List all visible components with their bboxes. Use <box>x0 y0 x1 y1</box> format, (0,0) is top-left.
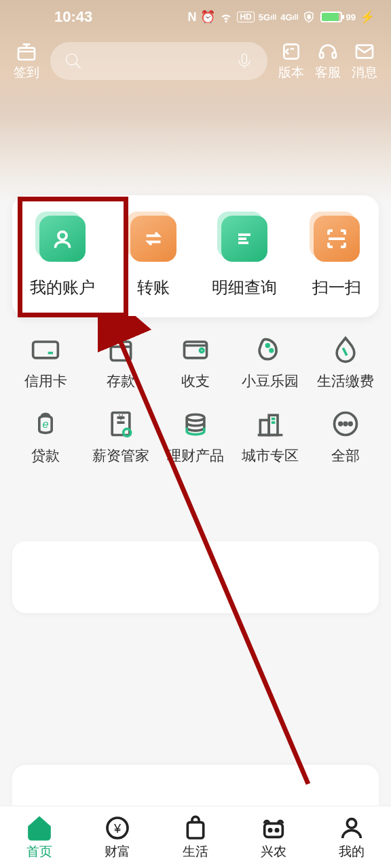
nav-home[interactable]: 首页 <box>26 814 53 861</box>
svg-point-8 <box>58 232 67 240</box>
nfc-icon: N <box>187 10 196 24</box>
nav-mine-label: 我的 <box>339 843 365 861</box>
coins-icon <box>180 408 211 439</box>
version-button[interactable]: 版本 <box>278 41 304 81</box>
finance-product-button[interactable]: 理财产品 <box>160 408 231 465</box>
nav-agri-label: 兴农 <box>261 843 286 861</box>
checkin-button[interactable]: 签到 <box>14 41 39 81</box>
hd-icon: HD <box>237 12 254 22</box>
nav-agri[interactable]: 兴农 <box>260 814 287 861</box>
mine-icon <box>338 814 365 842</box>
message-label: 消息 <box>352 64 377 81</box>
version-label: 版本 <box>278 64 304 81</box>
message-button[interactable]: 消息 <box>352 41 377 81</box>
loan-button[interactable]: e 贷款 <box>10 408 81 465</box>
scan-icon <box>314 216 360 262</box>
nav-life-label: 生活 <box>183 843 208 861</box>
home-icon <box>26 814 53 842</box>
svg-point-24 <box>339 422 342 425</box>
svg-point-20 <box>187 414 204 420</box>
signal-5g-icon: 5Gıll <box>259 12 276 22</box>
search-input[interactable] <box>50 42 267 80</box>
bottom-nav: 首页 ¥ 财富 生活 兴农 我的 <box>0 806 391 868</box>
bill-pay-button[interactable]: 生活缴费 <box>310 334 381 391</box>
wealth-icon: ¥ <box>104 814 131 842</box>
services-grid: 信用卡 存款 收支 小豆乐园 生活缴费 <box>0 334 391 483</box>
bean-park-label: 小豆乐园 <box>242 372 299 391</box>
svg-point-32 <box>276 829 278 831</box>
transfer-icon <box>130 216 176 262</box>
nav-wealth[interactable]: ¥ 财富 <box>104 814 131 861</box>
detail-query-button[interactable]: 明细查询 <box>212 216 277 298</box>
detail-query-label: 明细查询 <box>212 277 277 298</box>
svg-text:$: $ <box>307 14 310 20</box>
nav-home-label: 首页 <box>26 843 52 861</box>
salary-label: 薪资管家 <box>92 446 149 465</box>
all-button[interactable]: 全部 <box>310 408 381 465</box>
svg-point-13 <box>200 349 204 353</box>
agri-icon <box>260 814 287 842</box>
top-bar: 签到 版本 客服 消息 <box>0 34 391 81</box>
bill-pay-label: 生活缴费 <box>317 372 374 391</box>
service-button[interactable]: 客服 <box>315 41 341 81</box>
battery-icon <box>319 12 342 22</box>
battery-pct: 99 <box>346 12 356 22</box>
scan-label: 扫一扫 <box>312 277 361 298</box>
city-zone-label: 城市专区 <box>242 446 299 465</box>
all-label: 全部 <box>331 446 360 465</box>
svg-text:¥: ¥ <box>113 821 122 835</box>
nav-mine[interactable]: 我的 <box>338 814 365 861</box>
svg-text:e: e <box>43 418 49 430</box>
svg-rect-10 <box>33 342 58 358</box>
city-zone-button[interactable]: 城市专区 <box>234 408 306 465</box>
checkin-label: 签到 <box>14 64 39 81</box>
wifi-icon <box>219 10 233 24</box>
svg-point-25 <box>344 422 347 425</box>
income-expense-label: 收支 <box>181 372 210 391</box>
wallet-icon <box>180 334 211 365</box>
service-label: 客服 <box>315 64 341 81</box>
transfer-label: 转账 <box>137 277 170 298</box>
svg-point-26 <box>349 422 352 425</box>
account-icon <box>39 216 86 262</box>
status-bar: 10:43 N ⏰ HD 5Gıll 4Gıll $ 99 ⚡ <box>0 0 391 34</box>
status-time: 10:43 <box>54 8 92 26</box>
scan-button[interactable]: 扫一扫 <box>312 216 361 298</box>
svg-rect-29 <box>187 822 203 837</box>
transfer-button[interactable]: 转账 <box>130 216 176 298</box>
city-icon <box>255 408 286 439</box>
promo-card[interactable] <box>12 541 379 613</box>
bean-park-button[interactable]: 小豆乐园 <box>234 334 306 391</box>
more-icon <box>330 408 361 439</box>
feed-card[interactable] <box>12 765 379 806</box>
mic-icon[interactable] <box>235 52 254 71</box>
bolt-icon: ⚡ <box>360 9 375 24</box>
income-expense-button[interactable]: 收支 <box>160 334 231 391</box>
detail-icon <box>221 216 267 262</box>
deposit-label: 存款 <box>107 372 135 391</box>
alarm-icon: ⏰ <box>200 9 215 24</box>
finance-product-label: 理财产品 <box>167 446 224 465</box>
my-account-button[interactable]: 我的账户 <box>30 216 95 298</box>
my-account-label: 我的账户 <box>30 277 95 298</box>
svg-rect-3 <box>242 54 247 64</box>
loan-icon: e <box>30 408 61 439</box>
bean-icon <box>255 334 286 365</box>
loan-label: 贷款 <box>31 446 60 465</box>
credit-card-button[interactable]: 信用卡 <box>10 334 81 391</box>
credit-card-label: 信用卡 <box>24 372 67 391</box>
svg-point-14 <box>267 344 269 347</box>
shield-icon: $ <box>303 11 315 23</box>
signal-4g-icon: 4Gıll <box>280 12 298 22</box>
deposit-button[interactable]: 存款 <box>85 334 157 391</box>
svg-rect-1 <box>18 48 35 60</box>
deposit-icon <box>105 334 136 365</box>
nav-wealth-label: 财富 <box>105 843 130 861</box>
nav-life[interactable]: 生活 <box>182 814 209 861</box>
svg-rect-21 <box>261 420 269 435</box>
svg-text:¥: ¥ <box>117 412 124 422</box>
svg-rect-6 <box>333 52 336 58</box>
drop-icon <box>330 334 361 365</box>
salary-button[interactable]: ¥ 薪资管家 <box>85 408 157 465</box>
svg-rect-30 <box>265 823 283 837</box>
